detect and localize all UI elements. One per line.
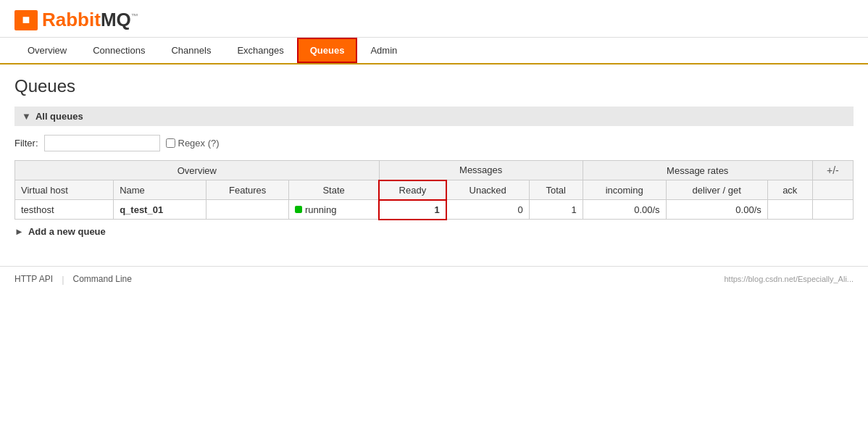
col-state: State bbox=[289, 180, 380, 200]
cell-virtual-host: testhost bbox=[15, 200, 114, 220]
nav-item-exchanges[interactable]: Exchanges bbox=[224, 38, 296, 63]
cell-deliver-get: 0.00/s bbox=[666, 200, 767, 220]
nav-item-channels[interactable]: Channels bbox=[158, 38, 224, 63]
state-running: running bbox=[295, 204, 372, 215]
state-dot-icon bbox=[295, 206, 302, 213]
col-ack: ack bbox=[767, 180, 812, 200]
group-header-message-rates: Message rates bbox=[583, 161, 812, 180]
filter-label: Filter: bbox=[14, 138, 38, 149]
cell-extra bbox=[812, 200, 853, 220]
col-ready: Ready bbox=[379, 180, 446, 200]
regex-checkbox[interactable] bbox=[166, 138, 175, 148]
col-incoming: incoming bbox=[583, 180, 666, 200]
page-title: Queues bbox=[14, 76, 854, 96]
regex-label[interactable]: Regex (?) bbox=[166, 138, 220, 149]
col-deliver-get: deliver / get bbox=[666, 180, 767, 200]
col-unacked: Unacked bbox=[446, 180, 530, 200]
cell-features bbox=[206, 200, 289, 220]
plus-minus-button[interactable]: +/- bbox=[812, 161, 853, 180]
group-header-overview: Overview bbox=[15, 161, 380, 180]
col-virtual-host: Virtual host bbox=[15, 180, 114, 200]
table-group-header-row: Overview Messages Message rates +/- bbox=[15, 161, 854, 180]
nav-item-overview[interactable]: Overview bbox=[14, 38, 80, 63]
cell-incoming: 0.00/s bbox=[583, 200, 666, 220]
logo-icon: ■ bbox=[14, 10, 38, 30]
main-content: Queues ▼ All queues Filter: Regex (?) Ov… bbox=[0, 64, 868, 254]
nav-item-admin[interactable]: Admin bbox=[357, 38, 410, 63]
filter-input[interactable] bbox=[44, 135, 160, 151]
footer: HTTP API | Command Line https://blog.csd… bbox=[0, 266, 868, 292]
add-queue-section[interactable]: ► Add a new queue bbox=[14, 220, 854, 243]
cell-unacked: 0 bbox=[446, 200, 530, 220]
nav-item-connections[interactable]: Connections bbox=[80, 38, 158, 63]
command-line-link[interactable]: Command Line bbox=[73, 274, 132, 285]
logo-text: RabbitMQ™ bbox=[42, 9, 138, 31]
logo: ■ RabbitMQ™ bbox=[14, 9, 138, 31]
cell-ready: 1 bbox=[379, 200, 446, 220]
cell-total: 1 bbox=[529, 200, 583, 220]
filter-row: Filter: Regex (?) bbox=[14, 135, 854, 151]
http-api-link[interactable]: HTTP API bbox=[14, 274, 53, 285]
queues-table: Overview Messages Message rates +/- Virt… bbox=[14, 160, 854, 220]
section-collapse-arrow: ▼ bbox=[22, 111, 31, 122]
footer-links: HTTP API | Command Line bbox=[14, 274, 132, 285]
group-header-messages: Messages bbox=[379, 161, 583, 180]
nav-item-queues[interactable]: Queues bbox=[297, 38, 358, 63]
cell-state: running bbox=[289, 200, 380, 220]
table-row[interactable]: testhost q_test_01 running 1 0 1 0.00/s … bbox=[15, 200, 854, 220]
app-header: ■ RabbitMQ™ bbox=[0, 0, 868, 38]
add-queue-arrow: ► bbox=[14, 226, 24, 237]
col-features: Features bbox=[206, 180, 289, 200]
all-queues-section-header[interactable]: ▼ All queues bbox=[14, 107, 854, 126]
cell-name: q_test_01 bbox=[114, 200, 206, 220]
footer-url: https://blog.csdn.net/Especially_Ali... bbox=[724, 275, 854, 283]
add-queue-label: Add a new queue bbox=[28, 226, 106, 237]
main-nav: Overview Connections Channels Exchanges … bbox=[0, 38, 868, 64]
col-name: Name bbox=[114, 180, 206, 200]
table-col-header-row: Virtual host Name Features State Ready U… bbox=[15, 180, 854, 200]
col-total: Total bbox=[529, 180, 583, 200]
col-spacer bbox=[812, 180, 853, 200]
cell-ack bbox=[767, 200, 812, 220]
all-queues-label: All queues bbox=[36, 111, 83, 122]
